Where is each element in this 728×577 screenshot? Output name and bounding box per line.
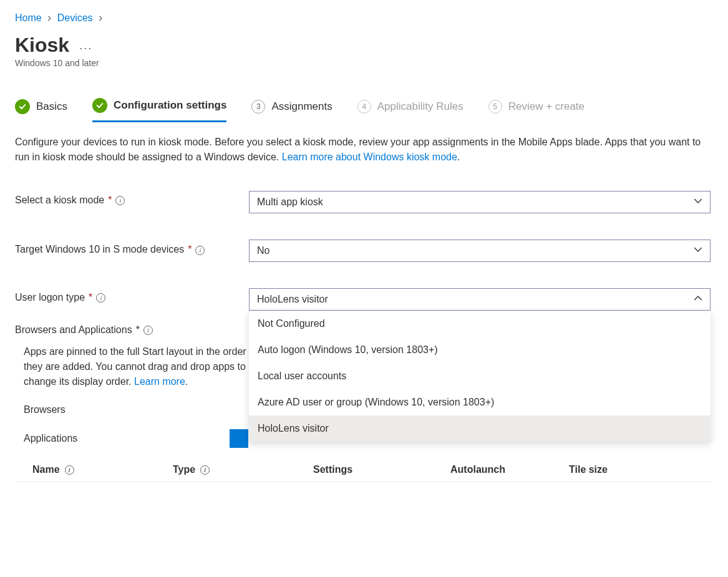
step-number-icon: 5 (488, 100, 502, 114)
required-indicator: * (136, 324, 140, 336)
step-number-icon: 4 (357, 100, 371, 114)
applications-label: Applications (24, 433, 230, 444)
learn-more-layout-link[interactable]: Learn more (134, 376, 185, 387)
breadcrumb-devices[interactable]: Devices (57, 12, 93, 24)
chevron-down-icon (694, 196, 702, 208)
info-icon[interactable]: i (143, 326, 153, 335)
dropdown-option-not-configured[interactable]: Not Configured (249, 311, 711, 337)
breadcrumb: Home Devices (15, 12, 713, 24)
required-indicator: * (188, 244, 192, 255)
learn-more-kiosk-link[interactable]: Learn more about Windows kiosk mode (282, 152, 457, 162)
dropdown-option-local-user[interactable]: Local user accounts (249, 363, 711, 389)
column-header-settings: Settings (313, 464, 450, 475)
browsers-apps-description: Apps are pinned to the full Start layout… (24, 344, 248, 389)
column-header-name: Name i (32, 464, 173, 475)
wizard-tabs: Basics Configuration settings 3 Assignme… (15, 98, 713, 122)
tab-label: Applicability Rules (377, 100, 463, 113)
breadcrumb-separator-icon (47, 13, 52, 23)
tab-configuration-settings[interactable]: Configuration settings (92, 98, 226, 122)
apps-table-header: Name i Type i Settings Autolaunch Tile s… (15, 459, 713, 482)
tab-label: Basics (36, 100, 67, 113)
logon-type-row: User logon type * i HoloLens visitor Not… (15, 288, 713, 311)
s-mode-label: Target Windows 10 in S mode devices * i (15, 240, 249, 255)
required-indicator: * (89, 292, 92, 303)
kiosk-mode-label: Select a kiosk mode * i (15, 191, 249, 206)
logon-type-select[interactable]: HoloLens visitor (249, 288, 711, 311)
info-icon[interactable]: i (96, 293, 105, 303)
tab-label: Review + create (508, 100, 585, 113)
chevron-up-icon (694, 294, 702, 305)
intro-text: Configure your devices to run in kiosk m… (15, 135, 701, 165)
dropdown-option-auto-logon[interactable]: Auto logon (Windows 10, version 1803+) (249, 337, 711, 363)
add-application-button[interactable] (230, 429, 248, 448)
tab-applicability-rules[interactable]: 4 Applicability Rules (357, 100, 463, 121)
select-value: Multi app kiosk (257, 196, 323, 208)
tab-label: Assignments (271, 100, 332, 113)
tab-basics[interactable]: Basics (15, 99, 67, 122)
chevron-down-icon (694, 245, 702, 256)
column-header-tilesize: Tile size (569, 464, 662, 475)
check-icon (92, 98, 107, 113)
select-value: HoloLens visitor (257, 294, 328, 305)
logon-type-dropdown: Not Configured Auto logon (Windows 10, v… (249, 311, 711, 442)
info-icon[interactable]: i (65, 465, 74, 475)
dropdown-option-hololens-visitor[interactable]: HoloLens visitor (249, 415, 711, 442)
info-icon[interactable]: i (200, 465, 210, 475)
column-header-type: Type i (173, 464, 313, 475)
kiosk-mode-select[interactable]: Multi app kiosk (249, 191, 711, 213)
page-header: Kiosk ··· (15, 34, 713, 57)
select-value: No (257, 245, 269, 256)
s-mode-row: Target Windows 10 in S mode devices * i … (15, 240, 713, 262)
breadcrumb-separator-icon (98, 13, 104, 23)
breadcrumb-home[interactable]: Home (15, 12, 42, 24)
info-icon[interactable]: i (115, 196, 125, 205)
page-subtitle: Windows 10 and later (15, 58, 713, 68)
info-icon[interactable]: i (195, 246, 205, 255)
check-icon (15, 99, 30, 114)
dropdown-option-azure-ad[interactable]: Azure AD user or group (Windows 10, vers… (249, 389, 711, 415)
tab-assignments[interactable]: 3 Assignments (251, 100, 332, 121)
column-header-autolaunch: Autolaunch (450, 464, 569, 475)
step-number-icon: 3 (251, 100, 265, 114)
tab-review-create[interactable]: 5 Review + create (488, 100, 585, 121)
logon-type-label: User logon type * i (15, 288, 249, 303)
page-title: Kiosk (15, 34, 69, 57)
required-indicator: * (108, 195, 112, 206)
kiosk-mode-row: Select a kiosk mode * i Multi app kiosk (15, 191, 713, 213)
tab-label: Configuration settings (114, 99, 226, 112)
s-mode-select[interactable]: No (249, 240, 711, 262)
more-actions-button[interactable]: ··· (79, 42, 92, 54)
